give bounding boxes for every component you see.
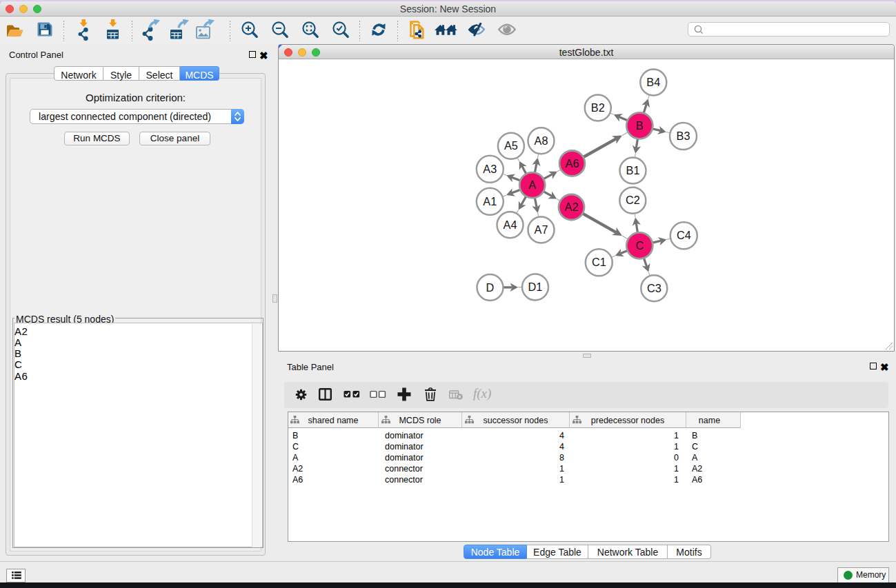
svg-text:A1: A1 [483, 195, 497, 207]
svg-text:B: B [636, 119, 644, 132]
svg-text:A4: A4 [504, 219, 517, 231]
svg-text:B4: B4 [646, 76, 660, 88]
svg-text:A: A [528, 179, 536, 191]
svg-text:A6: A6 [566, 157, 579, 170]
svg-text:A2: A2 [565, 201, 579, 213]
svg-text:D: D [486, 281, 495, 294]
svg-text:A5: A5 [504, 139, 518, 152]
svg-text:B1: B1 [626, 164, 640, 176]
svg-text:B3: B3 [677, 130, 690, 142]
svg-text:C: C [635, 239, 644, 252]
svg-text:A8: A8 [535, 134, 548, 147]
svg-text:C3: C3 [647, 282, 661, 294]
svg-text:C1: C1 [592, 256, 606, 268]
svg-text:D1: D1 [528, 281, 543, 293]
svg-text:C2: C2 [626, 194, 640, 206]
svg-text:A3: A3 [483, 163, 497, 175]
svg-text:C4: C4 [677, 229, 691, 241]
svg-text:A7: A7 [535, 223, 548, 236]
svg-text:B2: B2 [591, 101, 605, 114]
